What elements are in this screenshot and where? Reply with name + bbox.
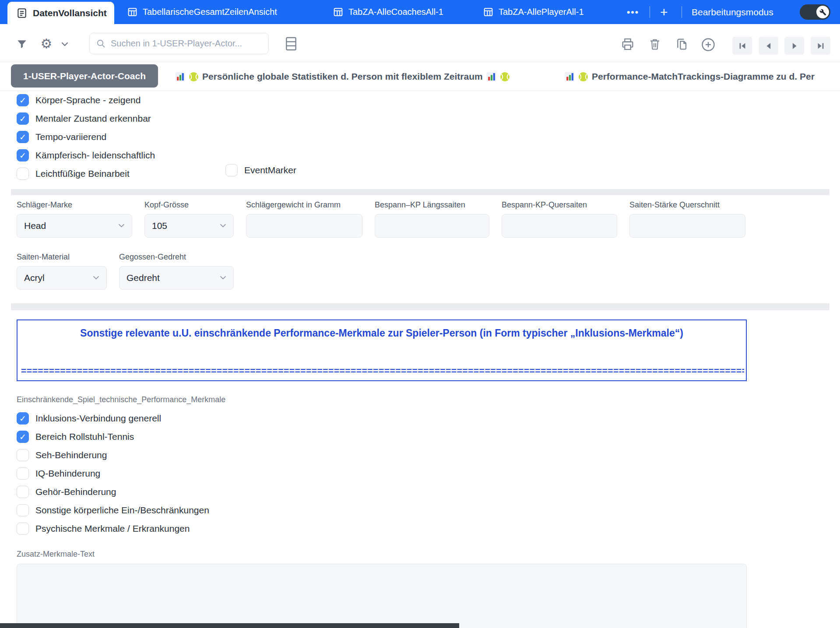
toggle-knob bbox=[816, 6, 829, 18]
tab-tabellarische-gesamtzeilenansicht[interactable]: TabellarischeGesamtZeilenAnsicht bbox=[127, 0, 277, 24]
view-link-label: Performance-MatchTrackings-Diagramme zu … bbox=[592, 71, 815, 82]
view-link-label: Persönliche globale Statistiken d. Perso… bbox=[202, 71, 483, 82]
checkbox-label: EventMarker bbox=[244, 165, 296, 175]
select-value: Head bbox=[24, 221, 46, 231]
tab-label: TabZA-AllePlayerAll-1 bbox=[499, 7, 584, 17]
check-row-sonstige-koerperliche: Sonstige körperliche Ein-/Beschränkungen bbox=[17, 501, 209, 519]
checkbox[interactable] bbox=[17, 112, 29, 125]
check-row-psychische-merkmale: Psychische Merkmale / Erkrankungen bbox=[17, 519, 190, 538]
field-bespann-kp-laengssaiten: Bespann–KP Längssaiten bbox=[375, 200, 489, 238]
field-gegossen-gedreht: Gegossen-Gedreht Gedreht bbox=[119, 253, 234, 290]
check-row-leichtfuessige: Leichtfüßige Beinarbeit bbox=[17, 165, 130, 183]
bespann-kp-laengssaiten-input[interactable] bbox=[382, 221, 482, 231]
tab-tabza-alleplayerall-1[interactable]: TabZA-AllePlayerAll-1 bbox=[483, 0, 584, 24]
checkbox[interactable] bbox=[17, 412, 29, 425]
active-view-button[interactable]: 1-USER-Player-Actor-Coach bbox=[11, 64, 158, 88]
previous-record-button[interactable] bbox=[759, 37, 778, 55]
add-row-button[interactable] bbox=[699, 36, 717, 53]
field-label: Gegossen-Gedreht bbox=[119, 253, 234, 262]
checkbox[interactable] bbox=[17, 504, 29, 516]
select-value: Gedreht bbox=[127, 273, 160, 283]
field-label: Schläger-Marke bbox=[17, 200, 132, 210]
notice-equals-divider: ========================================… bbox=[21, 365, 744, 376]
checkbox[interactable] bbox=[225, 164, 238, 176]
checkbox[interactable] bbox=[17, 94, 29, 106]
kopf-groesse-select[interactable]: 105 bbox=[144, 214, 234, 238]
field-saiten-material: Saiten-Material Acryl bbox=[17, 253, 107, 290]
saiten-material-select[interactable]: Acryl bbox=[17, 266, 107, 290]
checkbox-label: Psychische Merkmale / Erkrankungen bbox=[35, 523, 190, 534]
saiten-staerke-input-wrap bbox=[629, 214, 745, 238]
field-bespann-kp-quersaiten: Bespann-KP-Quersaiten bbox=[502, 200, 617, 238]
view-link-statistiken[interactable]: Persönliche globale Statistiken d. Perso… bbox=[175, 62, 510, 91]
view-link-diagramme[interactable]: Performance-MatchTrackings-Diagramme zu … bbox=[565, 62, 815, 91]
toolbar: ⚙ bbox=[0, 24, 840, 62]
checkbox-label: Leichtfüßige Beinarbeit bbox=[35, 168, 130, 179]
check-row-rollstuhl-tennis: Bereich Rollstuhl-Tennis bbox=[17, 428, 134, 446]
select-value: Acryl bbox=[24, 273, 45, 283]
bespann-kp-quersaiten-input-wrap bbox=[502, 214, 617, 238]
tab-label: TabellarischeGesamtZeilenAnsicht bbox=[143, 7, 277, 17]
gear-icon: ⚙ bbox=[41, 37, 53, 50]
checkbox[interactable] bbox=[17, 449, 29, 461]
check-row-kaempferisch: Kämpferisch- leidenschaftlich bbox=[17, 146, 155, 165]
checkbox-label: Tempo-variierend bbox=[35, 132, 106, 142]
field-schlaeger-marke: Schläger-Marke Head bbox=[17, 200, 132, 238]
plus-circle-icon bbox=[700, 37, 716, 53]
chevron-down-icon bbox=[118, 224, 125, 228]
zusatz-merkmale-textarea[interactable] bbox=[17, 564, 747, 628]
edit-mode-label: Bearbeitungsmodus bbox=[692, 0, 773, 24]
filter-button[interactable] bbox=[15, 37, 29, 51]
first-record-button[interactable] bbox=[732, 37, 752, 55]
tab-datenvollansicht[interactable]: DatenVollansicht bbox=[7, 2, 114, 24]
header-divider bbox=[682, 6, 682, 18]
printer-icon bbox=[621, 37, 635, 51]
field-schlaegergewicht: Schlägergewicht in Gramm bbox=[246, 200, 362, 238]
bottom-bar bbox=[0, 623, 459, 628]
saiten-staerke-input[interactable] bbox=[637, 221, 738, 231]
settings-dropdown-button[interactable] bbox=[60, 40, 69, 48]
tab-tabza-allecoachesall-1[interactable]: TabZA-AlleCoachesAll-1 bbox=[333, 0, 443, 24]
gegossen-gedreht-select[interactable]: Gedreht bbox=[119, 266, 234, 290]
chevron-down-icon bbox=[93, 276, 99, 280]
bar-chart-icon bbox=[565, 72, 575, 82]
bespann-kp-quersaiten-input[interactable] bbox=[509, 221, 610, 231]
form-view-icon bbox=[16, 7, 28, 19]
checkbox[interactable] bbox=[17, 431, 29, 443]
checkbox-label: Körper-Sprache - zeigend bbox=[35, 95, 141, 105]
checkbox[interactable] bbox=[17, 131, 29, 143]
schlaegergewicht-input[interactable] bbox=[253, 221, 355, 231]
check-row-mentaler-zustand: Mentaler Zustand erkennbar bbox=[17, 109, 151, 128]
check-row-eventmarker: EventMarker bbox=[225, 161, 296, 179]
check-row-tempo-variierend: Tempo-variierend bbox=[17, 128, 106, 146]
checkbox[interactable] bbox=[17, 149, 29, 161]
checkbox[interactable] bbox=[17, 486, 29, 498]
delete-button[interactable] bbox=[647, 36, 663, 52]
notice-title: Sonstige relevante u.U. einschränkende P… bbox=[42, 326, 722, 341]
next-record-button[interactable] bbox=[784, 37, 804, 55]
checkbox[interactable] bbox=[17, 168, 29, 180]
more-tabs-button[interactable]: ••• bbox=[627, 0, 639, 24]
checkgroup2-title: Einschränkende_Spiel_technische_Performa… bbox=[17, 395, 225, 404]
search-input[interactable] bbox=[111, 39, 268, 49]
field-label: Kopf-Grösse bbox=[144, 200, 234, 210]
row-layout-button[interactable] bbox=[282, 35, 300, 53]
last-record-icon bbox=[816, 41, 826, 51]
settings-button[interactable]: ⚙ bbox=[39, 36, 54, 52]
checkbox[interactable] bbox=[17, 523, 29, 535]
checkbox-label: Seh-Behinderung bbox=[35, 450, 107, 460]
table-icon bbox=[483, 7, 494, 18]
add-tab-button[interactable]: + bbox=[660, 0, 668, 24]
table-icon bbox=[333, 7, 344, 18]
schlaeger-marke-select[interactable]: Head bbox=[17, 214, 132, 238]
trash-icon bbox=[648, 37, 661, 51]
tennis-ball-icon bbox=[578, 72, 588, 82]
add-tab-label: + bbox=[660, 5, 668, 20]
last-record-button[interactable] bbox=[811, 37, 830, 55]
top-tab-bar: DatenVollansicht TabellarischeGesamtZeil… bbox=[0, 0, 840, 24]
print-button[interactable] bbox=[619, 36, 636, 52]
duplicate-button[interactable] bbox=[673, 36, 690, 52]
checkbox-label: Bereich Rollstuhl-Tennis bbox=[35, 432, 134, 442]
edit-mode-toggle[interactable] bbox=[800, 4, 830, 20]
checkbox[interactable] bbox=[17, 467, 29, 480]
